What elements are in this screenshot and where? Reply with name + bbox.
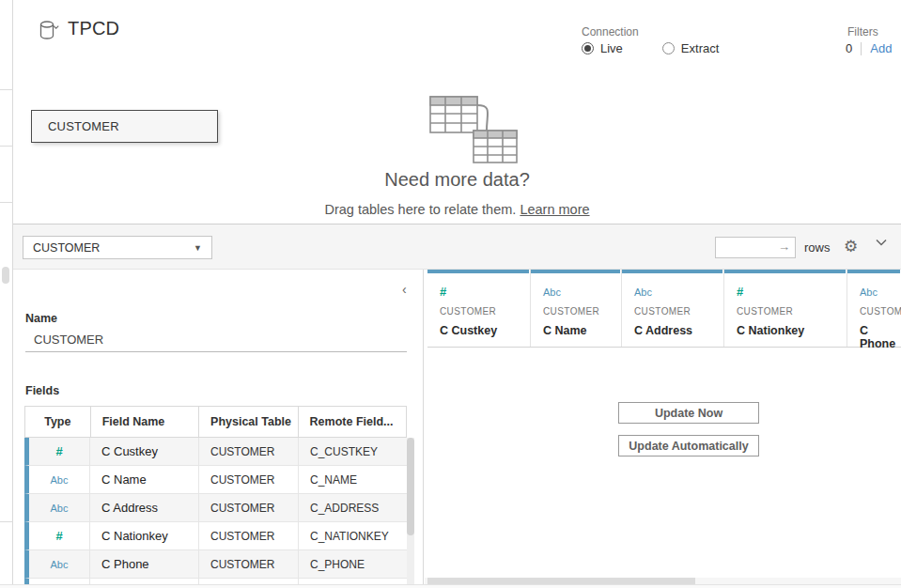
dropdown-caret-icon: ▼ [194, 243, 202, 253]
string-type-icon: Abc [51, 474, 69, 486]
update-now-button[interactable]: Update Now [618, 402, 759, 424]
gear-icon[interactable]: ⚙ [844, 237, 858, 256]
col-header-field-name[interactable]: Field Name [91, 407, 199, 437]
string-type-icon: Abc [634, 286, 652, 298]
remote-field-cell: C_PHONE [299, 550, 407, 578]
field-name-cell: C Address [90, 494, 199, 521]
fields-scrollbar-thumb[interactable] [407, 438, 414, 535]
extract-radio[interactable] [662, 42, 675, 54]
number-type-icon: # [440, 285, 446, 299]
physical-table-cell: CUSTOMER [199, 550, 299, 578]
field-name-cell: C Nationkey [90, 522, 199, 549]
grid-horizontal-scrollbar[interactable] [425, 578, 901, 584]
update-automatically-button[interactable]: Update Automatically [618, 435, 759, 456]
collapse-panel-icon[interactable]: ‹ [402, 282, 407, 297]
grid-horizontal-scrollbar-thumb[interactable] [427, 578, 695, 584]
bottom-edge-strip [0, 584, 901, 588]
table-metadata-panel: ‹ Name Fields Type Field Name Physical T… [13, 270, 424, 584]
number-type-icon: # [55, 529, 62, 543]
empty-state-title: Need more data? [13, 169, 901, 191]
table-name-input[interactable] [25, 328, 407, 352]
string-type-icon: Abc [860, 286, 878, 298]
grid-column-table: CUSTOMER [543, 306, 621, 317]
extract-radio-label[interactable]: Extract [681, 41, 719, 55]
number-type-icon: # [55, 444, 62, 458]
table-select-value: CUSTOMER [33, 241, 100, 255]
field-name-cell: C Custkey [90, 438, 199, 465]
grid-column-header[interactable]: # CUSTOMER C Custkey [427, 270, 531, 347]
drag-hint-text: Drag tables here to relate them. [324, 202, 520, 217]
grid-column-header[interactable]: Abc CUSTOMER C Address [622, 270, 724, 347]
relationship-canvas: CUSTOMER [13, 56, 901, 224]
string-type-icon: Abc [543, 286, 561, 298]
col-header-type[interactable]: Type [25, 407, 91, 437]
physical-table-cell: CUSTOMER [199, 494, 299, 521]
grid-column-field: C Address [634, 324, 723, 337]
datasource-title: TPCD [68, 18, 119, 39]
fields-table: Type Field Name Physical Table Remote Fi… [24, 406, 407, 587]
grid-column-field: C Name [543, 324, 621, 337]
logical-table-customer[interactable]: CUSTOMER [31, 110, 218, 143]
pane-divider [0, 521, 13, 522]
pane-scrollbar-thumb[interactable] [2, 267, 9, 284]
string-type-icon: Abc [51, 559, 69, 570]
grid-column-field: C Phone [860, 324, 901, 350]
data-preview-grid: # CUSTOMER C Custkey Abc CUSTOMER C Name… [425, 270, 901, 580]
connection-label: Connection [582, 25, 639, 39]
name-label: Name [25, 312, 57, 325]
tableau-datasource-page: TPCD Connection Live Extract Filters 0 A… [0, 0, 901, 588]
field-row[interactable]: Abc C Phone CUSTOMER C_PHONE [24, 550, 407, 579]
add-filter-link[interactable]: Add [870, 41, 892, 55]
grid-column-table: CUSTOMER [860, 306, 901, 317]
empty-state-hint: Drag tables here to relate them. Learn m… [13, 202, 901, 217]
grid-column-header[interactable]: Abc CUSTOMER C Phone [847, 270, 901, 347]
fields-scrollbar[interactable] [407, 438, 414, 584]
physical-table-cell: CUSTOMER [199, 438, 299, 465]
datasource-header: TPCD Connection Live Extract Filters 0 A… [13, 0, 901, 56]
string-type-icon: Abc [51, 503, 69, 514]
field-row[interactable]: Abc C Address CUSTOMER C_ADDRESS [24, 494, 407, 522]
table-select-dropdown[interactable]: CUSTOMER ▼ [23, 236, 212, 259]
rows-label: rows [804, 240, 830, 255]
grid-column-field: C Nationkey [737, 324, 847, 337]
database-icon[interactable] [39, 20, 64, 42]
divider [861, 42, 862, 55]
grid-column-header[interactable]: Abc CUSTOMER C Name [531, 270, 622, 347]
filters-label: Filters [847, 25, 878, 39]
fields-label: Fields [25, 384, 59, 397]
col-header-physical-table[interactable]: Physical Table [199, 407, 299, 437]
collapsed-connections-pane[interactable] [0, 0, 13, 588]
pane-divider [0, 146, 13, 147]
number-type-icon: # [737, 285, 743, 299]
relate-tables-illustration [404, 89, 521, 166]
live-radio-label[interactable]: Live [600, 41, 623, 55]
filters-count: 0 [846, 41, 852, 55]
grid-column-header[interactable]: # CUSTOMER C Nationkey [724, 270, 847, 347]
grid-column-table: CUSTOMER [737, 306, 847, 317]
field-name-cell: C Name [90, 466, 199, 493]
remote-field-cell: C_NAME [299, 466, 407, 493]
field-row[interactable]: # C Nationkey CUSTOMER C_NATIONKEY [24, 522, 407, 550]
physical-table-cell: CUSTOMER [199, 466, 299, 493]
remote-field-cell: C_CUSTKEY [299, 438, 407, 465]
fields-table-header: Type Field Name Physical Table Remote Fi… [24, 406, 407, 438]
field-name-cell: C Phone [90, 550, 199, 578]
table-details-bar: CUSTOMER ▼ → rows ⚙ [13, 224, 901, 270]
remote-field-cell: C_ADDRESS [299, 494, 407, 521]
learn-more-link[interactable]: Learn more [520, 202, 589, 217]
grid-header-row: # CUSTOMER C Custkey Abc CUSTOMER C Name… [427, 270, 901, 348]
remote-field-cell: C_NATIONKEY [299, 522, 407, 549]
pane-divider [0, 202, 13, 203]
grid-column-field: C Custkey [440, 324, 530, 337]
grid-column-table: CUSTOMER [634, 306, 723, 317]
grid-column-table: CUSTOMER [440, 306, 530, 317]
rows-count-input[interactable] [715, 237, 796, 258]
live-radio[interactable] [582, 42, 594, 54]
field-row[interactable]: Abc C Name CUSTOMER C_NAME [24, 466, 407, 494]
chevron-down-icon[interactable] [876, 239, 887, 246]
physical-table-cell: CUSTOMER [199, 522, 299, 549]
pane-divider [0, 89, 13, 90]
col-header-remote-field[interactable]: Remote Field... [299, 407, 406, 437]
field-row[interactable]: # C Custkey CUSTOMER C_CUSTKEY [24, 438, 407, 466]
